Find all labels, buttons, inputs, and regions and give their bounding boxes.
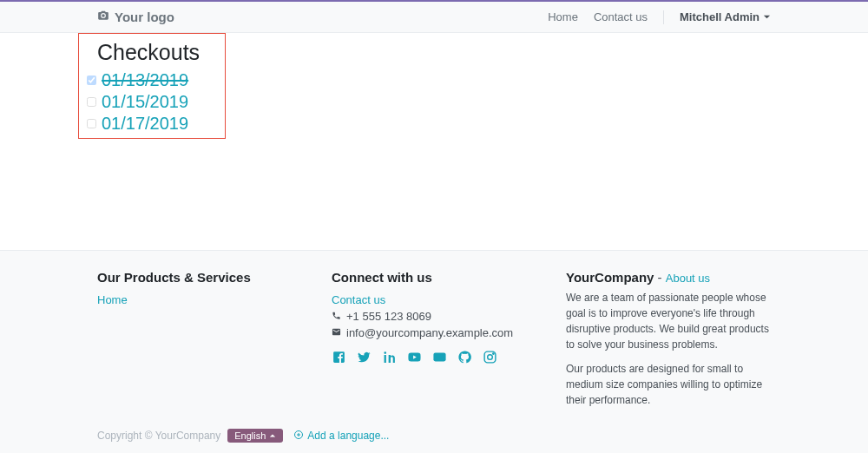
main-content: Checkouts 01/13/2019 01/15/2019 01/17/20… (0, 33, 868, 250)
footer-connect-title: Connect with us (332, 270, 531, 285)
social-links (332, 350, 531, 367)
language-button[interactable]: English (227, 429, 283, 443)
plus-circle-icon (293, 430, 304, 443)
phone-number: +1 555 123 8069 (346, 310, 431, 323)
checkout-checkbox[interactable] (87, 97, 96, 107)
caret-down-icon (763, 10, 771, 23)
checkout-date: 01/17/2019 (102, 114, 188, 134)
footer-products-col: Our Products & Services Home (97, 270, 297, 417)
nav-divider (663, 10, 664, 24)
checkout-checkbox[interactable] (87, 76, 96, 85)
footer-contact-link[interactable]: Contact us (332, 293, 531, 306)
nav-home[interactable]: Home (548, 10, 578, 23)
youtube-icon[interactable] (407, 350, 422, 367)
language-label: English (234, 430, 266, 441)
linkedin-icon[interactable] (382, 350, 397, 367)
svg-point-2 (488, 355, 493, 360)
camera-icon (97, 10, 109, 24)
svg-rect-0 (433, 353, 445, 362)
checkout-date: 01/13/2019 (102, 70, 188, 90)
copyright: Copyright © YourCompany (97, 430, 220, 442)
phone-icon (332, 310, 341, 323)
dash: - (654, 270, 665, 285)
logo[interactable]: Your logo (97, 10, 174, 24)
twitter-icon[interactable] (357, 350, 372, 367)
logo-text: Your logo (115, 10, 174, 24)
instagram-icon[interactable] (483, 350, 497, 367)
page-title: Checkouts (97, 40, 771, 65)
footer-email: info@yourcompany.example.com (332, 326, 531, 339)
footer-company-col: YourCompany - About us We are a team of … (566, 270, 771, 417)
add-language-link[interactable]: Add a language... (293, 430, 389, 443)
googleplus-icon[interactable] (432, 350, 447, 367)
footer-phone: +1 555 123 8069 (332, 310, 531, 323)
checkout-date: 01/15/2019 (102, 92, 188, 112)
checkout-item[interactable]: 01/17/2019 (87, 114, 771, 134)
company-text-1: We are a team of passionate people whose… (566, 290, 771, 352)
caret-up-icon (269, 430, 276, 441)
email-address: info@yourcompany.example.com (346, 326, 513, 339)
company-title: YourCompany - About us (566, 270, 771, 285)
github-icon[interactable] (457, 350, 472, 367)
checkout-item[interactable]: 01/13/2019 (87, 70, 771, 90)
header: Your logo Home Contact us Mitchell Admin (0, 2, 868, 33)
footer-connect-col: Connect with us Contact us +1 555 123 80… (332, 270, 531, 417)
footer-home-link[interactable]: Home (97, 293, 297, 306)
company-text-2: Our products are designed for small to m… (566, 361, 771, 408)
footer-products-title: Our Products & Services (97, 270, 297, 285)
user-menu[interactable]: Mitchell Admin (680, 10, 771, 23)
user-name: Mitchell Admin (680, 10, 760, 23)
add-language-label: Add a language... (307, 430, 389, 442)
checkout-checkbox[interactable] (87, 119, 96, 128)
about-link[interactable]: About us (666, 272, 710, 285)
svg-point-3 (493, 353, 494, 354)
checkout-item[interactable]: 01/15/2019 (87, 92, 771, 112)
nav-contact[interactable]: Contact us (594, 10, 648, 23)
envelope-icon (332, 326, 341, 339)
facebook-icon[interactable] (332, 350, 346, 367)
footer: Our Products & Services Home Connect wit… (0, 250, 868, 453)
company-name: YourCompany (566, 270, 654, 285)
